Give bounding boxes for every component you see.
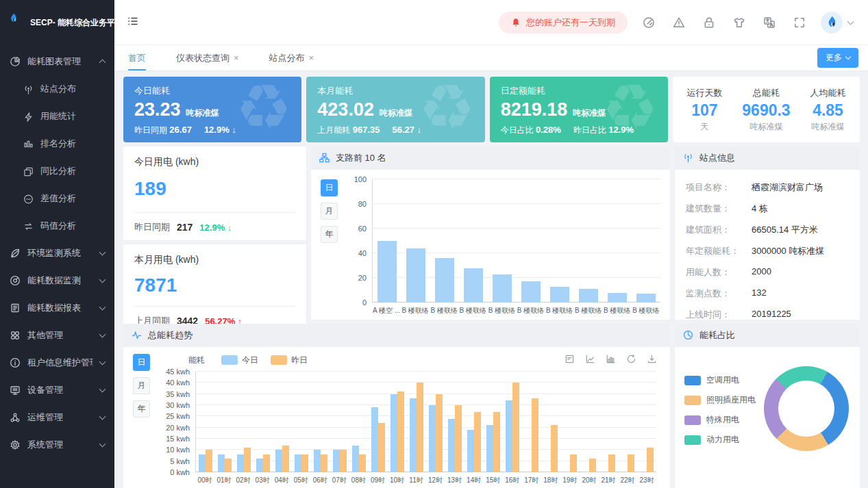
bar[interactable] [448, 419, 455, 472]
bar[interactable] [237, 454, 244, 472]
bar[interactable] [314, 450, 321, 472]
warning-icon[interactable] [673, 16, 685, 29]
bar[interactable] [256, 459, 263, 472]
bar[interactable] [321, 454, 327, 472]
bar[interactable] [410, 398, 417, 472]
bar[interactable] [371, 407, 378, 472]
sidebar-subitem-2[interactable]: 排名分析 [0, 130, 114, 157]
sidebar-item-1[interactable]: 环境监测系统 [0, 240, 114, 267]
tab-close-icon[interactable]: × [309, 53, 314, 63]
bar[interactable] [550, 287, 569, 303]
bar[interactable] [608, 454, 615, 472]
bar[interactable] [636, 294, 656, 303]
bar[interactable] [378, 423, 385, 472]
bar[interactable] [263, 454, 270, 472]
translate-icon[interactable] [763, 16, 776, 29]
data-view-icon[interactable] [565, 354, 577, 366]
bar[interactable] [512, 383, 519, 472]
branch-toggle-年[interactable]: 年 [321, 226, 338, 243]
bar[interactable] [406, 248, 425, 303]
bar-chart-icon[interactable] [606, 354, 618, 366]
x-axis-tick-label: 16时 [503, 476, 522, 485]
sidebar-subitem-0[interactable]: 站点分布 [0, 75, 114, 103]
bar[interactable] [551, 425, 558, 472]
donut-chart[interactable] [764, 366, 849, 451]
tab-close-icon[interactable]: × [234, 53, 239, 63]
bar[interactable] [275, 450, 282, 472]
theme-brush-icon[interactable] [643, 16, 655, 29]
donut-legend-item[interactable]: 空调用电 [684, 374, 756, 386]
sidebar-subitem-4[interactable]: 差值分析 [0, 185, 114, 212]
bar[interactable] [493, 274, 512, 303]
bar[interactable] [608, 293, 627, 303]
branch-toggle-日[interactable]: 日 [321, 179, 338, 196]
bar[interactable] [436, 394, 443, 472]
bar[interactable] [570, 454, 577, 472]
bar[interactable] [435, 258, 454, 303]
bar[interactable] [493, 412, 500, 472]
sidebar-item-8[interactable]: 系统管理 [0, 431, 114, 459]
sidebar-item-3[interactable]: 能耗数据报表 [0, 294, 114, 322]
line-chart-icon[interactable] [585, 354, 597, 366]
sidebar-item-7[interactable]: 运维管理 [0, 404, 114, 431]
avatar[interactable] [821, 12, 843, 34]
donut-legend-item[interactable]: 照明插座用电 [684, 394, 756, 406]
user-menu[interactable] [821, 12, 853, 34]
bar[interactable] [467, 430, 474, 472]
donut-legend-item[interactable]: 特殊用电 [684, 414, 756, 426]
bar[interactable] [352, 446, 359, 472]
bar[interactable] [359, 454, 366, 472]
bar[interactable] [647, 448, 654, 472]
bar[interactable] [579, 289, 598, 303]
bar[interactable] [295, 454, 301, 472]
branch-toggle-月[interactable]: 月 [321, 203, 338, 220]
trend-toggle-日[interactable]: 日 [133, 354, 150, 371]
bar[interactable] [589, 459, 596, 472]
trend-toggle-月[interactable]: 月 [133, 377, 150, 394]
fullscreen-icon[interactable] [793, 16, 806, 29]
sidebar-subitem-1[interactable]: 用能统计 [0, 103, 114, 130]
lock-icon[interactable] [703, 16, 715, 29]
refresh-icon[interactable] [626, 354, 638, 366]
bar[interactable] [474, 412, 481, 472]
sidebar-subitem-5[interactable]: 码值分析 [0, 212, 114, 240]
bar[interactable] [282, 446, 289, 472]
bar[interactable] [506, 400, 512, 472]
tab-0[interactable]: 首页 [128, 45, 146, 70]
sidebar-item-2[interactable]: 能耗数据监测 [0, 267, 114, 294]
bar[interactable] [397, 391, 404, 472]
legend-item[interactable]: 今日 [221, 355, 258, 366]
sidebar-item-5[interactable]: 租户信息维护管理 [0, 349, 114, 376]
download-icon[interactable] [647, 354, 659, 366]
bar[interactable] [486, 425, 493, 472]
skin-tshirt-icon[interactable] [733, 16, 745, 29]
bar[interactable] [521, 281, 541, 303]
sidebar-subitem-3[interactable]: 同比分析 [0, 157, 114, 185]
bar[interactable] [199, 454, 206, 472]
bar[interactable] [340, 450, 347, 472]
donut-legend-item[interactable]: 动力用电 [684, 434, 756, 446]
more-button[interactable]: 更多 [817, 48, 858, 68]
menu-collapse-icon[interactable] [127, 15, 142, 30]
bar[interactable] [455, 405, 462, 472]
bar[interactable] [206, 450, 212, 472]
sidebar-item-0[interactable]: 能耗图表管理 [0, 48, 114, 75]
bar[interactable] [218, 454, 225, 472]
bar[interactable] [532, 398, 538, 472]
bar[interactable] [377, 241, 397, 303]
sidebar-item-6[interactable]: 设备管理 [0, 376, 114, 404]
tab-2[interactable]: 站点分布× [269, 45, 314, 70]
bar[interactable] [464, 268, 483, 303]
bar[interactable] [244, 448, 251, 472]
bar[interactable] [429, 405, 436, 472]
trend-toggle-年[interactable]: 年 [133, 400, 150, 418]
bar[interactable] [417, 383, 423, 472]
bar[interactable] [301, 454, 308, 472]
bar[interactable] [628, 454, 634, 472]
bar[interactable] [390, 394, 397, 472]
bar[interactable] [333, 450, 340, 472]
legend-item[interactable]: 昨日 [271, 355, 308, 366]
tab-1[interactable]: 仪表状态查询× [176, 45, 239, 70]
sidebar-item-4[interactable]: 其他管理 [0, 322, 114, 349]
bar[interactable] [225, 459, 232, 472]
